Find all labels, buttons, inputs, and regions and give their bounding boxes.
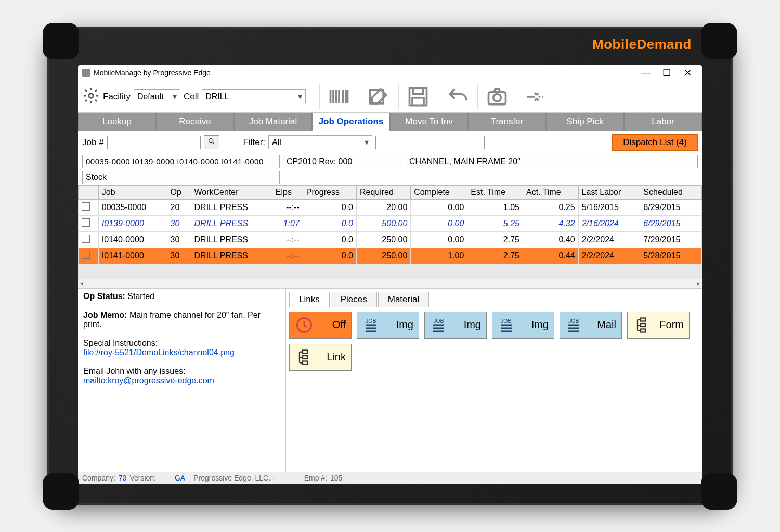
tab-lookup[interactable]: Lookup xyxy=(78,113,156,131)
bottom-panel: Op Status: Started Job Memo: Main frame … xyxy=(78,288,702,472)
main-tabs: LookupReceiveJob MaterialJob OperationsM… xyxy=(78,113,702,131)
svg-rect-4 xyxy=(412,97,424,105)
links-panel: LinksPiecesMaterial OffJOBImgJOBImgJOBIm… xyxy=(286,289,702,472)
col-header[interactable]: Job xyxy=(98,185,167,199)
subtab-links[interactable]: Links xyxy=(289,292,330,307)
undo-arrow-icon xyxy=(446,85,469,108)
edit-button[interactable] xyxy=(359,84,392,109)
col-header[interactable]: Last Labor xyxy=(578,185,640,199)
close-button[interactable]: ✕ xyxy=(677,67,698,79)
vendor-text: Progressive Edge, LLC. - xyxy=(193,474,275,482)
flow-icon xyxy=(633,316,652,334)
svg-point-7 xyxy=(209,139,213,143)
svg-rect-18 xyxy=(303,361,307,364)
version-label: Version: xyxy=(129,474,156,482)
subtab-pieces[interactable]: Pieces xyxy=(331,292,377,307)
search-button[interactable] xyxy=(204,135,219,149)
row-checkbox[interactable] xyxy=(82,218,90,227)
link-button-off[interactable]: Off xyxy=(289,312,352,339)
col-header[interactable]: Progress xyxy=(303,185,356,199)
tab-job-operations[interactable]: Job Operations xyxy=(312,113,390,131)
filter-label: Filter: xyxy=(243,137,266,148)
link-button-mail[interactable]: JOBMail xyxy=(560,312,622,339)
tab-transfer[interactable]: Transfer xyxy=(468,113,546,131)
camera-icon xyxy=(486,85,509,108)
col-header[interactable]: Op xyxy=(167,185,191,199)
laser-button[interactable] xyxy=(517,84,550,109)
svg-text:JOB: JOB xyxy=(501,317,511,323)
link-button-img[interactable]: JOBImg xyxy=(492,312,554,339)
special-link[interactable]: file://roy-5521/DemoLinks/channel04.png xyxy=(83,348,235,357)
emp-value: 105 xyxy=(330,474,342,482)
svg-text:JOB: JOB xyxy=(366,317,376,323)
tab-ship-pick[interactable]: Ship Pick xyxy=(546,113,624,131)
col-header[interactable]: Act. Time xyxy=(523,185,579,199)
col-header[interactable]: WorkCenter xyxy=(191,185,272,199)
svg-rect-15 xyxy=(641,329,645,332)
col-header[interactable]: Est. Time xyxy=(467,185,523,199)
table-row[interactable]: 00035-000020DRILL PRESS--:--0.020.000.00… xyxy=(79,199,702,215)
tab-receive[interactable]: Receive xyxy=(156,113,234,131)
table-row[interactable]: I0141-000030DRILL PRESS--:--0.0250.001.0… xyxy=(79,248,702,264)
maximize-button[interactable]: ☐ xyxy=(656,67,677,79)
link-button-form[interactable]: Form xyxy=(627,312,690,339)
minimize-button[interactable]: — xyxy=(635,67,656,78)
row-checkbox[interactable] xyxy=(82,202,90,211)
part-box: CP2010 Rev: 000 xyxy=(283,155,402,168)
svg-rect-3 xyxy=(413,88,423,94)
tab-move-to-inv[interactable]: Move To Inv xyxy=(390,113,468,131)
special-label: Special Instructions: xyxy=(83,339,280,348)
screen: MobileManage by Progressive Edge — ☐ ✕ F… xyxy=(78,65,702,484)
dispatch-list-button[interactable]: Dispatch List (4) xyxy=(612,134,698,151)
stock-box: Stock xyxy=(82,171,280,184)
emp-label: Emp #: xyxy=(304,474,327,482)
job-icon: JOB xyxy=(430,316,449,334)
version-value: GA xyxy=(175,474,185,482)
sub-tabs: LinksPiecesMaterial xyxy=(289,292,699,307)
cell-label: Cell xyxy=(184,92,199,102)
email-link[interactable]: mailto:kroy@progressive-edge.com xyxy=(83,376,214,385)
info-row-1: 00035-0000 I0139-0000 I0140-0000 I0141-0… xyxy=(78,154,702,170)
svg-point-6 xyxy=(493,94,501,101)
tab-labor[interactable]: Labor xyxy=(624,113,702,131)
svg-rect-17 xyxy=(303,356,307,359)
link-button-link[interactable]: Link xyxy=(289,344,352,371)
filter-select[interactable]: All xyxy=(268,135,372,149)
floppy-disk-icon xyxy=(407,85,430,108)
camera-button[interactable] xyxy=(477,84,511,109)
link-button-img[interactable]: JOBImg xyxy=(424,312,487,339)
save-button[interactable] xyxy=(398,84,432,109)
col-header[interactable] xyxy=(79,185,99,199)
barcode-button[interactable] xyxy=(319,84,353,109)
search-icon xyxy=(207,137,216,146)
job-number-input[interactable] xyxy=(107,136,201,149)
col-header[interactable]: Complete xyxy=(411,185,467,199)
barcode-icon xyxy=(328,85,350,108)
description-box: CHANNEL, MAIN FRAME 20" xyxy=(406,155,698,168)
cell-select[interactable]: DRILL xyxy=(202,89,306,103)
settings-button[interactable] xyxy=(82,87,100,107)
col-header[interactable]: Elps xyxy=(272,185,303,199)
job-icon: JOB xyxy=(565,316,584,334)
info-row-2: Stock xyxy=(78,170,702,185)
facility-select[interactable]: Default xyxy=(134,89,180,103)
facility-label: Facility xyxy=(103,92,131,102)
clock-icon xyxy=(295,316,314,334)
svg-rect-13 xyxy=(641,318,645,321)
tab-job-material[interactable]: Job Material xyxy=(234,113,312,131)
subtab-material[interactable]: Material xyxy=(378,292,429,307)
job-number-label: Job # xyxy=(82,137,104,148)
link-button-img[interactable]: JOBImg xyxy=(357,312,419,339)
row-checkbox[interactable] xyxy=(82,251,90,259)
horizontal-scrollbar[interactable]: ◂▸ xyxy=(78,279,702,288)
undo-button[interactable] xyxy=(438,84,471,109)
row-checkbox[interactable] xyxy=(82,235,90,243)
table-header: JobOpWorkCenterElpsProgressRequiredCompl… xyxy=(79,185,702,199)
filter-row: Job # Filter: All Dispatch List (4) xyxy=(78,131,702,154)
col-header[interactable]: Scheduled xyxy=(640,185,702,199)
gear-icon xyxy=(82,87,100,105)
table-row[interactable]: I0140-000030DRILL PRESS--:--0.0250.000.0… xyxy=(79,231,702,248)
col-header[interactable]: Required xyxy=(356,185,410,199)
filter-search-input[interactable] xyxy=(375,136,485,149)
table-row[interactable]: I0139-000030DRILL PRESS1:070.0500.000.00… xyxy=(79,215,702,231)
